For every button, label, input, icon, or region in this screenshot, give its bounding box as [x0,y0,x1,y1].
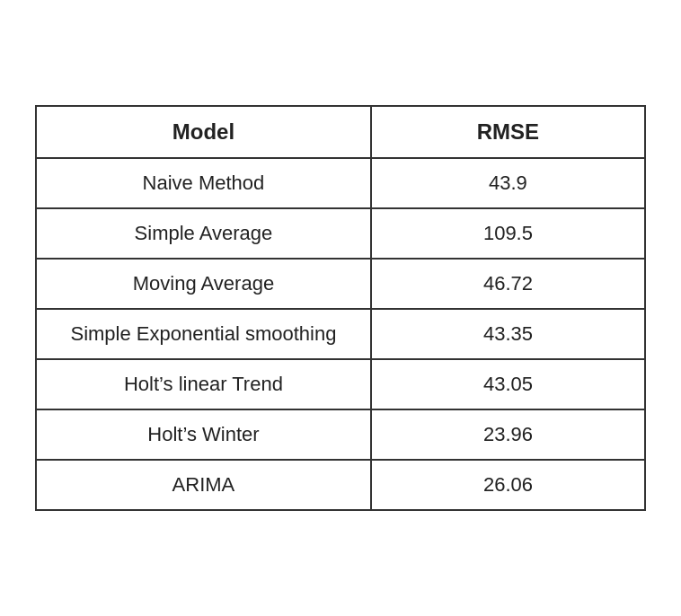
main-table-container: Model RMSE Naive Method43.9Simple Averag… [35,105,646,511]
header-model: Model [36,106,371,158]
cell-model: ARIMA [36,460,371,510]
comparison-table: Model RMSE Naive Method43.9Simple Averag… [35,105,646,511]
cell-rmse: 43.9 [371,158,645,208]
cell-model: Simple Average [36,208,371,259]
cell-model: Naive Method [36,158,371,208]
table-row: Naive Method43.9 [36,158,645,208]
cell-rmse: 43.35 [371,309,645,359]
header-rmse: RMSE [371,106,645,158]
table-row: Holt’s Winter23.96 [36,409,645,460]
cell-rmse: 26.06 [371,460,645,510]
cell-model: Holt’s Winter [36,409,371,460]
table-row: ARIMA26.06 [36,460,645,510]
table-row: Simple Exponential smoothing43.35 [36,309,645,359]
cell-rmse: 23.96 [371,409,645,460]
cell-rmse: 109.5 [371,208,645,259]
cell-model: Moving Average [36,259,371,309]
cell-model: Holt’s linear Trend [36,359,371,409]
cell-rmse: 46.72 [371,259,645,309]
cell-model: Simple Exponential smoothing [36,309,371,359]
table-header-row: Model RMSE [36,106,645,158]
table-row: Holt’s linear Trend43.05 [36,359,645,409]
table-row: Simple Average109.5 [36,208,645,259]
table-row: Moving Average46.72 [36,259,645,309]
cell-rmse: 43.05 [371,359,645,409]
